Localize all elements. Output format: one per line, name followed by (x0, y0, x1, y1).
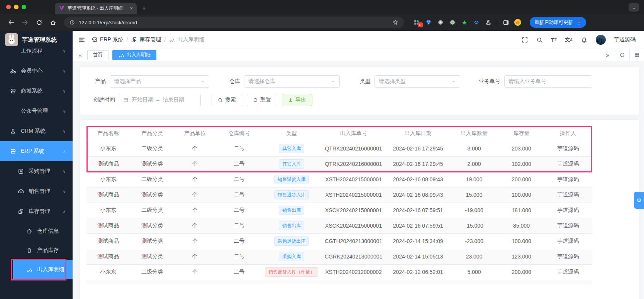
column-header: 出入库单号 (320, 126, 387, 141)
cell-warehouse: 二号 (215, 156, 263, 172)
cell-type: 销售退货入库（作废） (263, 264, 320, 280)
window-close-button[interactable] (6, 5, 11, 9)
reload-icon[interactable] (33, 17, 45, 28)
refresh-icon[interactable] (615, 49, 629, 61)
type-badge: 销售退货入库 (274, 190, 309, 199)
breadcrumb-item[interactable]: 库存管理 (131, 36, 161, 43)
sidebar-item[interactable]: 销售管理∨ (0, 181, 73, 201)
new-tab-button[interactable]: + (142, 5, 146, 14)
extension-gray-circle-icon[interactable] (437, 19, 444, 26)
view-tab[interactable]: 首页 (87, 50, 108, 60)
view-tabs-bar: « 首页出入库明细 » (73, 49, 644, 61)
warehouse-select[interactable]: 请选择仓库 (244, 75, 340, 88)
sidebar-item[interactable]: 产品库存 (0, 241, 73, 260)
cell-order-no: QTRK20240216000001 (320, 141, 387, 156)
order-no-input[interactable]: 请输入业务单号 (504, 75, 592, 88)
cell-operator: 芋道源码 (544, 218, 592, 233)
search-icon[interactable] (536, 37, 543, 43)
sidebar-item-label: 采购管理 (29, 168, 50, 175)
breadcrumb: ERP 系统/库存管理/出入库明细 (92, 36, 204, 43)
notification-bell-icon[interactable] (581, 36, 588, 43)
sidebar-item[interactable]: 库存管理∧ (0, 201, 73, 221)
sidebar-item[interactable]: 会员中心∨ (0, 61, 73, 81)
breadcrumb-item[interactable]: 出入库明细 (169, 36, 204, 43)
font-size-icon[interactable]: TT (551, 37, 557, 43)
chevron-double-left-icon[interactable]: « (77, 52, 83, 58)
browser-menu-kebab-icon[interactable]: ⋮ (576, 20, 581, 25)
sidebar-item-label: 仓库信息 (37, 228, 59, 235)
cell-stock: 100.000 (499, 187, 544, 203)
window-minimize-button[interactable] (14, 5, 19, 9)
search-button[interactable]: 搜索 (212, 94, 242, 106)
type-badge: 采购入库 (279, 252, 304, 261)
cell-unit: 个 (175, 141, 215, 156)
reset-button[interactable]: 重置 (247, 94, 277, 106)
view-tab-label: 出入库明细 (127, 52, 151, 58)
cell-type: 其它入库 (263, 156, 320, 172)
extension-green-star-icon[interactable]: ★ (461, 19, 468, 26)
cell-warehouse: 二号 (215, 203, 263, 218)
side-panel-icon[interactable] (502, 19, 509, 26)
sidebar-item[interactable]: ERP 系统∧ (0, 141, 73, 161)
extension-chevrons-icon[interactable] (473, 19, 480, 26)
bookmark-star-icon[interactable] (392, 19, 398, 25)
cell-operator: 芋道源码 (544, 172, 592, 187)
forward-icon[interactable] (19, 17, 31, 28)
sidebar-logo[interactable]: 芋道管理系统 (0, 31, 73, 49)
cell-operator: 芋道源码 (544, 203, 592, 218)
browser-tab[interactable]: 芋道管理系统 - 出入库明细 × (55, 3, 137, 14)
fullscreen-icon[interactable] (522, 37, 528, 43)
extensions-puzzle-icon[interactable] (485, 19, 492, 26)
sidebar-item[interactable]: 公众号管理∨ (0, 101, 73, 121)
extension-blocks-icon[interactable]: 6 (413, 19, 420, 26)
url-bar[interactable]: 127.0.0.1/erp/stock/record (64, 17, 404, 28)
cell-category: 测试分类 (130, 249, 175, 264)
sidebar-item[interactable]: 商城系统∨ (0, 81, 73, 101)
sidebar-item[interactable]: 出入库明细 (13, 260, 73, 279)
extension-green-dot-icon[interactable] (449, 19, 456, 26)
hamburger-icon[interactable] (78, 36, 85, 44)
cup-icon (26, 247, 33, 253)
chevron-down-icon: ∨ (63, 89, 73, 93)
back-icon[interactable] (5, 17, 17, 28)
sidebar-item[interactable]: CRM 系统∨ (0, 121, 73, 141)
mall-icon (10, 88, 17, 94)
chevron-down-icon: ∨ (63, 69, 73, 73)
chevron-double-right-icon[interactable]: » (600, 49, 615, 61)
sidebar-item[interactable]: 仓库信息 (0, 221, 73, 241)
view-tab[interactable]: 出入库明细 (112, 50, 157, 60)
app-logo-rabbit-icon (5, 33, 18, 46)
product-select[interactable]: 请选择产品 (110, 75, 209, 88)
language-icon[interactable]: 文A (565, 36, 573, 43)
table-row: 测试商品测试分类个二号销售退货入库XSTH202402150000012024-… (86, 187, 592, 203)
date-range-input[interactable]: 开始日期 – 结束日期 (119, 94, 201, 106)
cell-datetime: 2024-02-14 15:34:09 (387, 233, 449, 249)
export-button-label: 导出 (295, 96, 306, 103)
search-icon (218, 98, 223, 103)
warehouse-placeholder: 请选择仓库 (248, 78, 328, 85)
column-header: 产品名称 (86, 126, 130, 141)
settings-float-button[interactable]: ⚙ (634, 192, 644, 209)
relaunch-update-button[interactable]: 重新启动即可更新 ⋮ (530, 17, 586, 28)
tab-close-icon[interactable]: × (130, 5, 133, 11)
home-icon[interactable] (47, 17, 59, 28)
profile-avatar-icon[interactable]: ☺ (514, 19, 521, 26)
tab-search-button[interactable]: ⌄ (629, 3, 639, 12)
export-button[interactable]: 导出 (282, 94, 312, 106)
record-table: 产品名称产品分类产品单位仓库编号类型出入库单号出入库日期出入库数量库存量操作人 … (86, 126, 592, 280)
window-zoom-button[interactable] (22, 5, 26, 9)
extension-balloon-icon[interactable] (425, 19, 432, 26)
partial-next-row (86, 280, 592, 285)
layout-grid-icon[interactable] (629, 49, 644, 61)
sidebar-item[interactable]: A采购管理∨ (0, 161, 73, 181)
site-info-icon[interactable] (69, 20, 75, 25)
table-row: 测试商品测试分类个二号其它入库QTRK202402160000012024-02… (86, 156, 592, 172)
cell-quantity: -15.000 (449, 218, 499, 233)
search-button-label: 搜索 (225, 96, 236, 103)
user-avatar[interactable] (596, 35, 606, 45)
cell-quantity: 15.000 (449, 187, 499, 203)
type-select[interactable]: 请选择类型 (375, 75, 460, 88)
relaunch-update-label: 重新启动即可更新 (534, 19, 573, 26)
url-text: 127.0.0.1/erp/stock/record (79, 20, 388, 25)
breadcrumb-item[interactable]: ERP 系统 (92, 36, 123, 43)
